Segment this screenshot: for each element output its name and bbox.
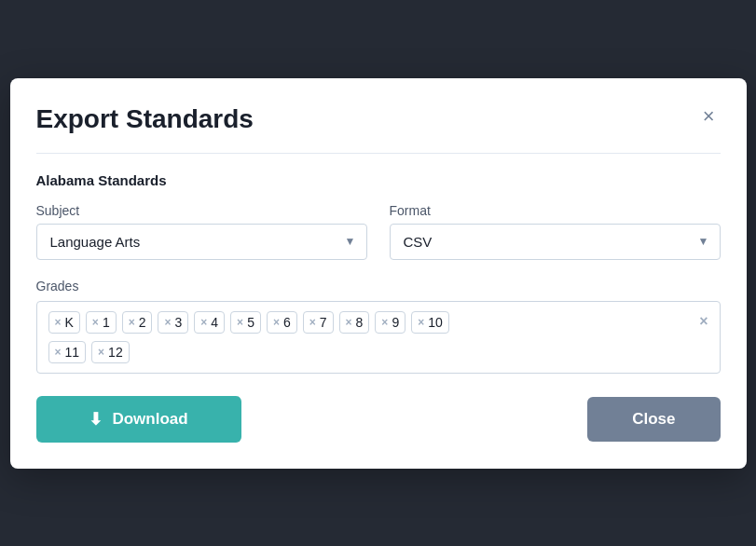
grade-2-value: 2	[139, 315, 146, 330]
grades-label: Grades	[36, 279, 721, 293]
modal-footer: ⬇ Download Close	[36, 396, 721, 443]
download-icon: ⬇	[89, 409, 103, 430]
subject-label: Subject	[36, 203, 367, 218]
remove-grade-9-button[interactable]: ×	[381, 317, 388, 328]
modal-header: Export Standards ×	[36, 104, 721, 154]
download-button[interactable]: ⬇ Download	[36, 396, 241, 443]
remove-grade-11-button[interactable]: ×	[55, 347, 62, 358]
format-group: Format CSV Excel PDF ▼	[390, 203, 721, 260]
subject-select[interactable]: Language Arts Math Science Social Studie…	[36, 224, 367, 260]
remove-grade-10-button[interactable]: ×	[418, 317, 424, 328]
remove-grade-5-button[interactable]: ×	[237, 317, 243, 328]
remove-grade-8-button[interactable]: ×	[346, 317, 352, 328]
remove-grade-K-button[interactable]: ×	[55, 317, 62, 328]
grade-tag-1: × 1	[86, 311, 117, 334]
grade-tag-12: × 12	[91, 341, 130, 363]
grade-tag-K: × K	[48, 311, 80, 334]
remove-grade-2-button[interactable]: ×	[129, 317, 135, 328]
grade-5-value: 5	[247, 315, 254, 330]
grade-tag-8: × 8	[339, 311, 370, 334]
grades-section: Grades × K × 1 × 2 × 3 × 4	[36, 279, 721, 374]
grade-tag-7: × 7	[303, 311, 334, 334]
remove-grade-7-button[interactable]: ×	[309, 317, 316, 328]
grade-8-value: 8	[356, 315, 364, 330]
download-button-label: Download	[112, 410, 187, 429]
subject-group: Subject Language Arts Math Science Socia…	[36, 203, 367, 260]
grade-tag-2: × 2	[122, 311, 153, 334]
grade-tag-3: × 3	[158, 311, 188, 334]
grade-11-value: 11	[65, 345, 80, 360]
grade-3-value: 3	[175, 315, 183, 330]
subject-select-wrapper: Language Arts Math Science Social Studie…	[36, 224, 367, 260]
grade-tag-6: × 6	[267, 311, 297, 334]
remove-grade-1-button[interactable]: ×	[92, 317, 99, 328]
grade-tag-11: × 11	[48, 341, 87, 363]
grade-10-value: 10	[428, 315, 443, 330]
subject-format-row: Subject Language Arts Math Science Socia…	[36, 203, 721, 260]
grade-tag-9: × 9	[375, 311, 405, 334]
format-select-wrapper: CSV Excel PDF ▼	[390, 224, 721, 260]
export-standards-modal: Export Standards × Alabama Standards Sub…	[10, 78, 747, 469]
format-label: Format	[390, 203, 721, 218]
grade-9-value: 9	[392, 315, 399, 330]
grade-K-value: K	[65, 315, 74, 330]
section-title: Alabama Standards	[36, 172, 721, 188]
remove-grade-6-button[interactable]: ×	[273, 317, 280, 328]
grade-tag-4: × 4	[194, 311, 225, 334]
grades-container: × K × 1 × 2 × 3 × 4 × 5	[36, 301, 721, 374]
modal-title: Export Standards	[36, 104, 254, 134]
grade-4-value: 4	[211, 315, 218, 330]
modal-close-button[interactable]: ×	[697, 104, 721, 129]
grade-7-value: 7	[320, 315, 327, 330]
format-select[interactable]: CSV Excel PDF	[390, 224, 721, 260]
grade-tag-10: × 10	[411, 311, 449, 334]
remove-grade-3-button[interactable]: ×	[164, 317, 171, 328]
grade-tag-5: × 5	[230, 311, 261, 334]
remove-grade-4-button[interactable]: ×	[200, 317, 207, 328]
clear-all-grades-button[interactable]: ×	[699, 311, 708, 330]
grade-6-value: 6	[283, 315, 291, 330]
close-button[interactable]: Close	[587, 397, 720, 442]
grade-1-value: 1	[103, 315, 110, 330]
remove-grade-12-button[interactable]: ×	[98, 347, 104, 358]
grade-12-value: 12	[108, 345, 123, 360]
